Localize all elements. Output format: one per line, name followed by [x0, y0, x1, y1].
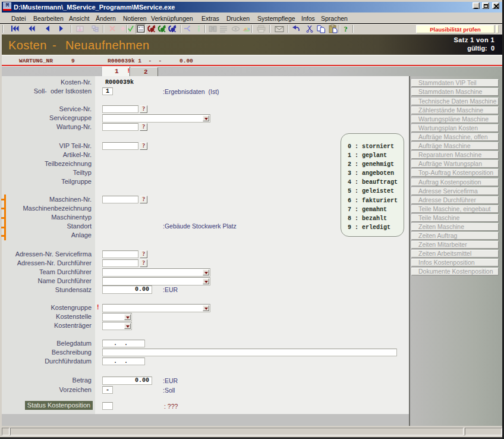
svg-text:?: ? [344, 25, 348, 33]
